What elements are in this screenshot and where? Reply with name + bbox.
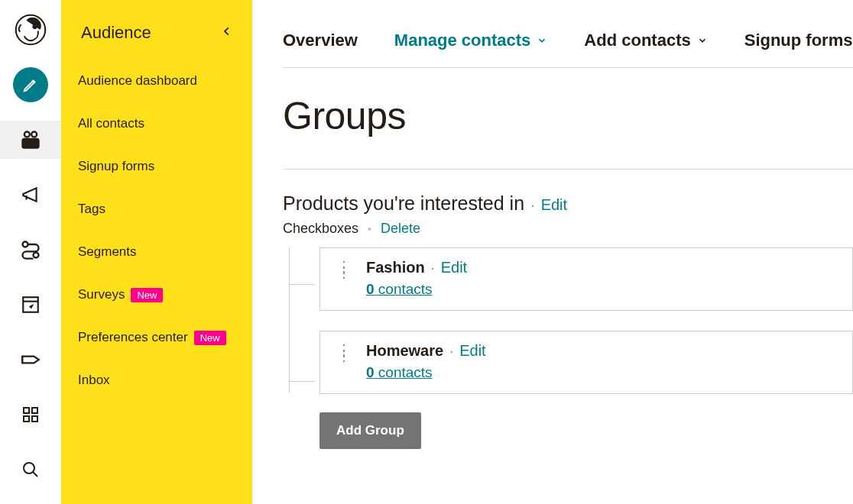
tab-bar: Overview Manage contacts Add contacts Si… [283,31,853,68]
add-group-button[interactable]: Add Group [319,412,421,449]
chevron-down-icon [697,35,708,46]
sidebar-item-label: All contacts [78,116,144,131]
tab-overview[interactable]: Overview [283,31,358,50]
tab-label: Overview [283,31,358,50]
sidebar-item-audience-dashboard[interactable]: Audience dashboard [78,73,237,89]
sidebar-item-tags[interactable]: Tags [78,202,237,217]
category-type: Checkboxes [283,221,358,237]
divider [283,169,853,170]
svg-point-7 [32,142,34,144]
edit-group-link[interactable]: Edit [459,342,485,360]
sidebar-item-preferences-center[interactable]: Preferences centerNew [78,330,237,345]
sidebar-item-label: Segments [78,244,137,260]
drag-handle-icon[interactable]: ⋮⋮ [337,347,352,359]
tree-connector [289,381,315,382]
automations-rail-icon[interactable] [8,231,54,269]
chevron-down-icon [537,35,547,46]
page-title: Groups [283,94,853,138]
sidebar-item-label: Preferences center [78,330,188,345]
svg-point-4 [31,132,37,137]
new-badge: New [131,288,163,302]
separator-dot: · [530,196,535,214]
separator-dot: • [368,223,371,235]
svg-point-6 [27,142,29,144]
group-name: Fashion [366,259,425,276]
tab-signup-forms[interactable]: Signup forms [744,31,853,50]
delete-category-link[interactable]: Delete [381,221,420,237]
create-icon[interactable] [8,66,54,104]
campaigns-rail-icon[interactable] [8,176,54,214]
contacts-count: 0 [366,281,375,297]
sidebar-item-segments[interactable]: Segments [78,244,237,260]
tab-manage-contacts[interactable]: Manage contacts [394,31,548,50]
edit-group-link[interactable]: Edit [441,259,467,276]
svg-point-3 [24,132,30,137]
svg-point-8 [23,242,28,247]
sidebar-item-inbox[interactable]: Inbox [78,373,237,388]
group-contacts-link[interactable]: 0 contacts [366,281,467,298]
sidebar-item-label: Audience dashboard [78,73,197,89]
sidebar-item-label: Surveys [78,287,125,302]
contacts-count: 0 [366,364,375,380]
contacts-label: contacts [378,281,433,297]
sidebar-item-surveys[interactable]: SurveysNew [78,287,237,302]
tree-connector [289,247,315,393]
collapse-sidebar-icon[interactable] [222,26,232,40]
group-contacts-link[interactable]: 0 contacts [366,364,486,381]
contacts-label: contacts [378,364,433,380]
tab-add-contacts[interactable]: Add contacts [584,31,707,50]
svg-rect-13 [24,416,29,422]
new-badge: New [194,331,226,345]
audience-sidebar: Audience Audience dashboard All contacts… [61,0,252,504]
integrations-rail-icon[interactable] [8,396,54,434]
group-name: Homeware [366,342,443,360]
website-rail-icon[interactable] [8,286,54,324]
svg-point-15 [24,463,34,473]
svg-rect-11 [24,408,29,413]
sidebar-item-signup-forms[interactable]: Signup forms [78,159,237,174]
svg-point-9 [34,253,39,258]
separator-dot: · [431,260,435,276]
svg-rect-5 [23,139,39,148]
tab-label: Signup forms [744,31,853,50]
sidebar-item-all-contacts[interactable]: All contacts [78,116,237,131]
content-rail-icon[interactable] [8,341,54,379]
svg-rect-12 [32,408,37,413]
tab-label: Add contacts [584,31,690,50]
sidebar-item-label: Inbox [78,373,110,388]
svg-point-2 [35,24,37,27]
mailchimp-logo-icon[interactable] [8,11,54,49]
sidebar-item-label: Tags [78,202,105,217]
sidebar-title: Audience [81,23,151,43]
svg-rect-14 [32,416,37,422]
audience-rail-icon[interactable] [0,121,61,159]
drag-handle-icon[interactable]: ⋮⋮ [337,263,352,276]
group-card: ⋮⋮ Fashion · Edit 0 contacts [319,247,853,311]
tab-label: Manage contacts [394,31,531,50]
sidebar-item-label: Signup forms [78,159,154,174]
search-rail-icon[interactable] [8,451,54,489]
group-category-title: Products you're interested in [283,192,524,215]
svg-rect-10 [23,297,38,312]
group-card: ⋮⋮ Homeware · Edit 0 contacts [319,331,853,394]
edit-category-link[interactable]: Edit [541,196,567,214]
separator-dot: · [449,344,453,360]
tree-connector [289,284,315,285]
